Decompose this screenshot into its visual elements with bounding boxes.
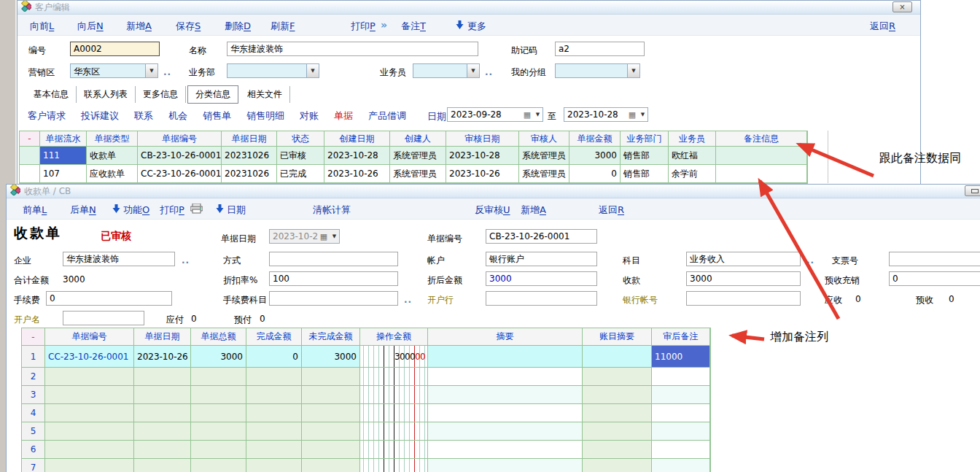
salesman-combo[interactable]: ▼: [413, 63, 480, 78]
mnemonic-input[interactable]: a2: [555, 42, 645, 56]
table-cell[interactable]: [134, 386, 191, 404]
double-chevron-icon[interactable]: »: [381, 19, 387, 31]
table-cell[interactable]: [246, 459, 302, 472]
table-cell[interactable]: [302, 368, 360, 386]
return-button[interactable]: 返回R: [870, 20, 895, 33]
fee-subject-input[interactable]: [269, 291, 398, 306]
combo-arrow-icon[interactable]: ▼: [306, 64, 319, 77]
table-cell[interactable]: [716, 147, 807, 165]
code-input[interactable]: A0002: [70, 42, 160, 56]
table-cell[interactable]: 2023-10-26: [446, 165, 519, 183]
table-cell[interactable]: [191, 422, 246, 441]
selected-cell[interactable]: 11000: [652, 346, 710, 368]
nav-forward-button[interactable]: 向前L: [30, 20, 54, 33]
company-lookup-dots-button[interactable]: ..: [182, 255, 190, 266]
doc-no-input[interactable]: CB-23-10-26-0001: [486, 229, 597, 244]
cheque-input[interactable]: [889, 252, 980, 266]
row-number[interactable]: 1: [22, 346, 45, 368]
table-cell[interactable]: 系统管理员: [519, 165, 569, 183]
related-link-销售单[interactable]: 销售单: [203, 109, 231, 123]
table-cell[interactable]: 余学前: [669, 165, 716, 183]
row-number[interactable]: 2: [22, 368, 45, 386]
op-amount-cell[interactable]: [360, 368, 428, 386]
table-cell[interactable]: [45, 422, 134, 441]
related-link-投诉建议[interactable]: 投诉建议: [81, 109, 119, 123]
close-icon[interactable]: ×: [892, 1, 912, 12]
table-cell[interactable]: 111: [40, 147, 87, 165]
date-button[interactable]: 日期: [227, 204, 246, 217]
table-cell[interactable]: [246, 422, 302, 441]
add-button[interactable]: 新增A: [126, 20, 152, 33]
table-cell[interactable]: 收款单: [87, 147, 138, 165]
tab-相关文件[interactable]: 相关文件: [240, 86, 290, 103]
table-cell[interactable]: [302, 386, 360, 404]
table-cell[interactable]: [428, 346, 583, 368]
table-cell[interactable]: 系统管理员: [390, 147, 446, 165]
table-cell[interactable]: 20231026: [222, 147, 277, 165]
table-cell[interactable]: 20231026: [222, 165, 277, 183]
row-number[interactable]: 5: [22, 422, 45, 441]
method-input[interactable]: [269, 252, 398, 266]
related-link-对账[interactable]: 对账: [300, 109, 319, 123]
row-number[interactable]: 7: [22, 459, 45, 472]
unapprove-button[interactable]: 反审核U: [475, 204, 510, 217]
table-cell[interactable]: [652, 368, 710, 386]
advance-offset-input[interactable]: 0: [889, 271, 980, 286]
table-cell[interactable]: 0: [569, 165, 621, 183]
maximize-icon[interactable]: [965, 185, 980, 196]
table-cell[interactable]: [583, 386, 652, 404]
table-cell[interactable]: 2023-10-28: [324, 147, 390, 165]
related-link-机会[interactable]: 机会: [168, 109, 187, 123]
tab-分类信息[interactable]: 分类信息: [187, 85, 238, 104]
table-cell[interactable]: 销售部: [621, 165, 669, 183]
related-link-单据[interactable]: 单据: [334, 109, 353, 123]
add-button[interactable]: 新增A: [521, 204, 546, 217]
table-cell[interactable]: 已审核: [277, 147, 324, 165]
op-amount-cell[interactable]: [360, 441, 428, 459]
tab-更多信息[interactable]: 更多信息: [136, 86, 186, 103]
table-cell[interactable]: 系统管理员: [390, 165, 446, 183]
table-cell[interactable]: [428, 404, 583, 422]
date-from-picker[interactable]: 2023-09-28▦▼: [447, 107, 543, 122]
table-cell[interactable]: 2023-10-28: [446, 147, 519, 165]
table-cell[interactable]: [583, 368, 652, 386]
table-cell[interactable]: [134, 404, 191, 422]
refresh-button[interactable]: 刷新F: [271, 20, 295, 33]
table-cell[interactable]: 3000: [569, 147, 621, 165]
table-cell[interactable]: 系统管理员: [519, 147, 569, 165]
prev-doc-button[interactable]: 前单L: [23, 204, 47, 217]
table-cell[interactable]: [652, 441, 710, 459]
discount-input[interactable]: 100: [269, 271, 398, 286]
date-to-picker[interactable]: 2023-10-28▦▼: [564, 107, 648, 122]
table-cell[interactable]: [302, 441, 360, 459]
nav-back-button[interactable]: 向后N: [77, 20, 104, 33]
table-cell[interactable]: 销售部: [621, 147, 669, 165]
table-cell[interactable]: [246, 404, 302, 422]
table-cell[interactable]: [428, 459, 583, 472]
row-indicator[interactable]: [20, 147, 40, 165]
table-cell[interactable]: [246, 386, 302, 404]
return-button[interactable]: 返回R: [599, 204, 624, 217]
combo-arrow-icon[interactable]: ▼: [467, 64, 479, 77]
dept-combo[interactable]: ▼: [227, 63, 319, 78]
row-indicator[interactable]: [20, 165, 40, 183]
table-cell[interactable]: 2023-10-26: [134, 346, 191, 368]
table-cell[interactable]: 107: [40, 165, 87, 183]
table-cell[interactable]: [134, 368, 191, 386]
region-combo[interactable]: 华东区▼: [70, 63, 158, 78]
table-cell[interactable]: [428, 441, 583, 459]
table-cell[interactable]: 3000: [302, 346, 360, 368]
table-cell[interactable]: [302, 404, 360, 422]
bank-account-input[interactable]: [686, 291, 801, 306]
table-cell[interactable]: [45, 386, 134, 404]
group-combo[interactable]: ▼: [555, 63, 640, 78]
op-amount-cell[interactable]: [360, 386, 428, 404]
subject-input[interactable]: 业务收入: [686, 252, 801, 266]
table-cell[interactable]: [652, 459, 710, 472]
table-cell[interactable]: [302, 422, 360, 441]
company-input[interactable]: 华东捷波装饰: [63, 252, 175, 266]
table-cell[interactable]: [428, 368, 583, 386]
op-amount-cell[interactable]: [360, 404, 428, 422]
dropdown-arrow-icon[interactable]: ▼: [533, 112, 542, 117]
table-cell[interactable]: [583, 404, 652, 422]
